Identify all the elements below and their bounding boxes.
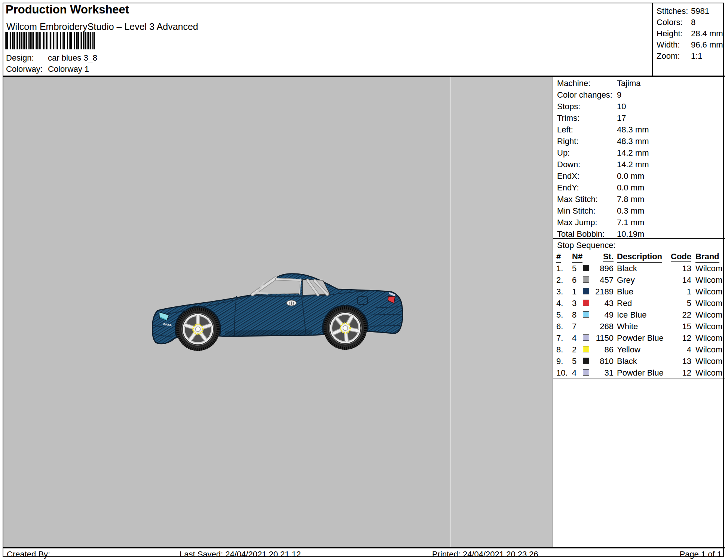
colorway-name: Colorway 1: [48, 64, 89, 74]
col-description: Description: [617, 252, 662, 263]
canvas-right-area: [451, 77, 553, 547]
machine-row: Down:14.2 mm: [553, 159, 725, 170]
row-num: 10.: [556, 367, 568, 379]
page-number: Page 1 of 1: [679, 550, 722, 559]
machine-row: Machine:Tajima: [553, 77, 725, 89]
col-needle: N#: [572, 252, 582, 263]
machine-row: Max Jump:7.1 mm: [553, 217, 725, 228]
machine-value: 14.2 mm: [617, 147, 649, 159]
summary-label: Zoom:: [657, 51, 680, 61]
table-row: 1.5896Black13Wilcom: [553, 263, 725, 274]
machine-row: Left:48.3 mm: [553, 124, 725, 135]
row-num: 3.: [556, 286, 563, 297]
summary-row-colors: Colors:8: [653, 17, 724, 28]
row-brand: Wilcom: [695, 321, 722, 332]
col-num: #: [556, 252, 561, 263]
design-name: car blues 3_8: [48, 53, 97, 62]
design-label: Design:: [6, 53, 48, 63]
machine-label: Left:: [557, 125, 573, 134]
machine-value: Tajima: [617, 77, 641, 89]
machine-value: 0.0 mm: [617, 170, 644, 182]
created-by-label: Created By:: [7, 550, 50, 559]
row-code: 13: [665, 263, 691, 274]
row-description: Powder Blue: [617, 332, 664, 344]
machine-label: EndX:: [557, 171, 579, 181]
panel-separator: [553, 238, 725, 239]
summary-value: 1:1: [691, 51, 703, 62]
row-description: Red: [617, 297, 632, 309]
row-stitches: 86: [589, 344, 614, 355]
col-code: Code: [671, 252, 691, 262]
door-emblem: [287, 300, 296, 306]
row-description: Yellow: [617, 344, 640, 355]
machine-value: 14.2 mm: [617, 159, 649, 170]
summary-value: 96.6 mm: [691, 39, 723, 51]
row-num: 4.: [556, 297, 563, 309]
table-row: 2.6457Grey14Wilcom: [553, 274, 725, 286]
machine-rows: Machine:Tajima Color changes:9 Stops:10 …: [553, 77, 725, 240]
summary-label: Colors:: [657, 18, 683, 27]
row-brand: Wilcom: [695, 332, 722, 344]
row-code: 22: [665, 309, 691, 321]
col-brand: Brand: [695, 252, 719, 263]
machine-value: 17: [617, 112, 626, 124]
machine-row: Up:14.2 mm: [553, 147, 725, 159]
colorway-row: Colorway:Colorway 1: [6, 64, 89, 74]
canvas-divider-line: [450, 77, 451, 547]
page-footer: Created By: Last Saved: 24/04/2021 20.21…: [3, 547, 725, 558]
row-needle: 6: [572, 274, 576, 286]
machine-value: 48.3 mm: [617, 135, 649, 147]
row-stitches: 810: [589, 355, 614, 367]
machine-value: 0.0 mm: [617, 182, 644, 193]
row-code: 5: [665, 297, 691, 309]
table-row: 9.5810Black13Wilcom: [553, 355, 725, 367]
software-subtitle: Wilcom EmbroideryStudio – Level 3 Advanc…: [6, 21, 198, 32]
row-stitches: 31: [589, 367, 614, 379]
color-chip: [583, 334, 589, 341]
row-code: 15: [665, 321, 691, 332]
col-stitches: St.: [603, 252, 614, 262]
machine-label: Right:: [557, 137, 578, 146]
row-num: 6.: [556, 321, 563, 332]
color-chip: [583, 311, 589, 318]
row-code: 13: [665, 355, 691, 367]
row-description: Grey: [617, 274, 635, 286]
stop-sequence-title: Stop Sequence:: [557, 241, 616, 250]
machine-label: Min Stitch:: [557, 206, 596, 215]
machine-label: Trims:: [557, 113, 579, 123]
summary-row-stitches: Stitches:5981: [653, 6, 724, 17]
row-stitches: 1150: [589, 332, 614, 344]
production-worksheet-page: Production Worksheet Wilcom EmbroiderySt…: [0, 0, 728, 560]
machine-label: Max Stitch:: [557, 195, 598, 204]
color-chip: [583, 358, 589, 364]
machine-label: Up:: [557, 148, 570, 157]
machine-label: EndY:: [557, 183, 579, 192]
row-description: Powder Blue: [617, 367, 664, 379]
design-barcode: [5, 32, 95, 49]
summary-value: 8: [691, 17, 695, 28]
machine-value: 10: [617, 101, 626, 112]
row-needle: 8: [572, 309, 576, 321]
table-row: 10.431Powder Blue12Wilcom: [553, 367, 725, 379]
machine-value: 7.1 mm: [617, 217, 644, 228]
row-code: 12: [665, 332, 691, 344]
row-needle: 5: [572, 263, 576, 274]
row-description: Ice Blue: [617, 309, 647, 321]
row-description: Blue: [617, 286, 633, 297]
machine-value: 7.8 mm: [617, 193, 644, 205]
table-row: 3.12189Blue1Wilcom: [553, 286, 725, 297]
color-chip: [583, 369, 589, 376]
summary-box: Stitches:5981 Colors:8 Height:28.4 mm Wi…: [652, 3, 724, 76]
machine-row: Min Stitch:0.3 mm: [553, 205, 725, 217]
row-code: 1: [665, 286, 691, 297]
row-needle: 5: [572, 355, 576, 367]
machine-label: Down:: [557, 160, 580, 169]
color-chip: [583, 265, 589, 271]
machine-value: 48.3 mm: [617, 124, 649, 135]
machine-label: Stops:: [557, 102, 580, 111]
design-preview-car: [152, 273, 406, 359]
row-brand: Wilcom: [695, 286, 722, 297]
design-canvas: [3, 77, 553, 547]
machine-label: Max Jump:: [557, 218, 597, 227]
machine-label: Machine:: [557, 79, 590, 88]
